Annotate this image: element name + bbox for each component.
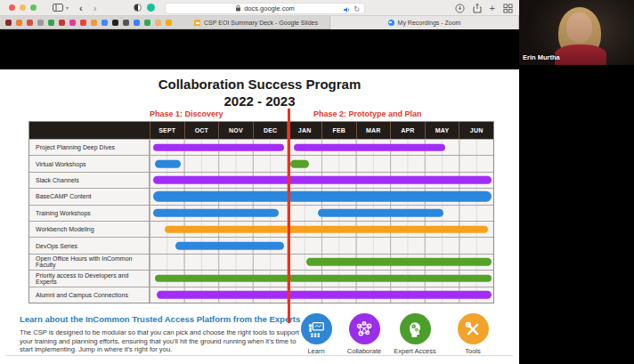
screen: ▾ ‹ › docs.google.com ↻ + CSP EOI Summar… <box>0 0 634 364</box>
pinned-tab-favicon[interactable] <box>59 20 65 26</box>
tab-google-slides[interactable]: CSP EOI Summary Deck - Google Slides <box>183 16 329 29</box>
back-icon[interactable]: ‹ <box>79 3 83 13</box>
close-window-button[interactable] <box>9 4 15 11</box>
month-header-feb: FEB <box>321 122 356 139</box>
gantt-row-timeline <box>150 255 493 270</box>
gantt-row: Priority access to Developers and Expert… <box>29 270 493 286</box>
slide-canvas: Collaboration Success Program 2022 - 202… <box>0 69 519 364</box>
month-header-jan: JAN <box>287 122 321 139</box>
tab-overview-icon[interactable] <box>503 4 513 13</box>
gantt-bar[interactable] <box>155 275 492 283</box>
phase2-label: Phase 2: Prototype and Plan <box>313 109 422 118</box>
gantt-row-timeline <box>150 206 493 221</box>
tab-label: CSP EOI Summary Deck - Google Slides <box>204 20 318 26</box>
gantt-table: SEPTOCTNOVDECJANFEBMARAPRMAYJUN Project … <box>28 121 494 303</box>
gantt-row-timeline <box>150 238 493 253</box>
gantt-row-label: Training Workshops <box>29 206 150 221</box>
gantt-bar[interactable] <box>318 209 443 217</box>
reload-icon[interactable]: ↻ <box>354 5 360 13</box>
gantt-month-header: SEPTOCTNOVDECJANFEBMARAPRMAYJUN <box>29 122 493 139</box>
pinned-tab-favicon[interactable] <box>144 20 150 26</box>
pinned-tab-favicon[interactable] <box>112 20 118 26</box>
gantt-bar[interactable] <box>155 160 181 168</box>
feature-label: Tools <box>442 347 504 355</box>
extension-green-icon[interactable] <box>147 4 155 12</box>
gantt-row-label: Workbench Modeling <box>29 222 150 237</box>
gantt-bar[interactable] <box>175 242 284 250</box>
pinned-tab-favicon[interactable] <box>91 20 97 26</box>
gantt-row-label: Priority access to Developers and Expert… <box>29 271 150 286</box>
pinned-tab-favicon[interactable] <box>27 20 33 26</box>
phase-divider-line <box>288 109 290 323</box>
tab-audio-icon[interactable] <box>343 6 350 13</box>
pinned-tab-favicon[interactable] <box>166 20 172 26</box>
slide-title: Collaboration Success Program 2022 - 202… <box>0 76 519 109</box>
gantt-row-label: Slack Channels <box>29 173 150 188</box>
gantt-bar[interactable] <box>153 191 492 203</box>
gantt-row: DevOps Series <box>29 237 493 253</box>
pinned-tab-favicon[interactable] <box>102 20 108 26</box>
gantt-row-label: DevOps Series <box>29 238 150 253</box>
gantt-bar[interactable] <box>157 291 492 299</box>
feature-expert-access: Expert Access <box>384 313 446 355</box>
new-tab-icon[interactable]: + <box>490 3 495 13</box>
gantt-header-spacer <box>29 122 150 139</box>
month-header-sept: SEPT <box>150 122 184 139</box>
month-header-apr: APR <box>390 122 425 139</box>
pinned-tab-favicon[interactable] <box>80 20 86 26</box>
gantt-row: Open Office Hours with InCommon Faculty <box>29 254 493 270</box>
gantt-row-label: BaseCAMP Content <box>29 189 150 204</box>
gantt-row: Project Planning Deep Dives <box>29 139 493 155</box>
zoom-window-button[interactable] <box>30 4 37 11</box>
url-text: docs.google.com <box>244 4 295 12</box>
pinned-tab-favicon[interactable] <box>16 20 22 26</box>
gantt-bar[interactable] <box>290 160 309 168</box>
gantt-row: Workbench Modeling <box>29 221 493 237</box>
tab-zoom-recordings[interactable]: My Recordings - Zoom <box>329 16 519 29</box>
month-header-jun: JUN <box>459 122 493 139</box>
phase1-label: Phase 1: Discovery <box>150 109 224 118</box>
tab-label: My Recordings - Zoom <box>398 20 461 26</box>
month-header-mar: MAR <box>356 122 391 139</box>
window-controls[interactable] <box>9 4 37 11</box>
share-icon[interactable] <box>473 3 482 13</box>
pinned-tab-favicon[interactable] <box>155 20 161 26</box>
gantt-row: Virtual Workshops <box>29 155 493 171</box>
pinned-tabs[interactable] <box>5 20 172 26</box>
forward-icon[interactable]: › <box>93 3 97 13</box>
gantt-row: Alumni and Campus Connections <box>29 287 493 303</box>
minimize-window-button[interactable] <box>20 4 26 11</box>
gantt-bar[interactable] <box>153 209 279 217</box>
sidebar-icon[interactable] <box>53 4 63 12</box>
gantt-row-timeline <box>150 189 493 204</box>
footer-body-text: The CSP is designed to be modular so tha… <box>20 328 306 354</box>
pinned-tab-favicon[interactable] <box>134 20 140 26</box>
gantt-row-timeline <box>150 271 493 286</box>
network-icon <box>349 313 380 344</box>
participant-name-label: Erin Murtha <box>523 53 560 61</box>
gantt-row-label: Project Planning Deep Dives <box>29 140 150 155</box>
gantt-bar[interactable] <box>294 143 445 151</box>
webcam-video[interactable]: Erin Murtha <box>519 0 634 65</box>
gantt-bar[interactable] <box>165 225 488 233</box>
gantt-bar[interactable] <box>153 176 492 184</box>
lock-icon <box>235 4 241 12</box>
month-header-nov: NOV <box>218 122 253 139</box>
gantt-row-label: Alumni and Campus Connections <box>29 287 150 303</box>
gantt-row-label: Open Office Hours with InCommon Faculty <box>29 255 150 270</box>
pinned-tab-favicon[interactable] <box>69 20 76 26</box>
gantt-row: Training Workshops <box>29 205 493 221</box>
footer-heading: Learn about the InCommon Trusted Access … <box>20 314 313 324</box>
sidebar-chevron-icon[interactable]: ▾ <box>66 5 69 11</box>
pinned-tab-favicon[interactable] <box>123 20 129 26</box>
gantt-bar[interactable] <box>153 143 284 151</box>
download-icon[interactable] <box>455 4 465 13</box>
gantt-row-timeline <box>150 173 493 188</box>
extension-shield-icon[interactable] <box>134 4 142 12</box>
gantt-bar[interactable] <box>306 258 492 266</box>
url-bar[interactable]: docs.google.com ↻ <box>165 3 365 14</box>
month-header-may: MAY <box>425 122 459 139</box>
pinned-tab-favicon[interactable] <box>48 20 54 26</box>
pinned-tab-favicon[interactable] <box>5 20 12 26</box>
pinned-tab-favicon[interactable] <box>37 20 44 26</box>
